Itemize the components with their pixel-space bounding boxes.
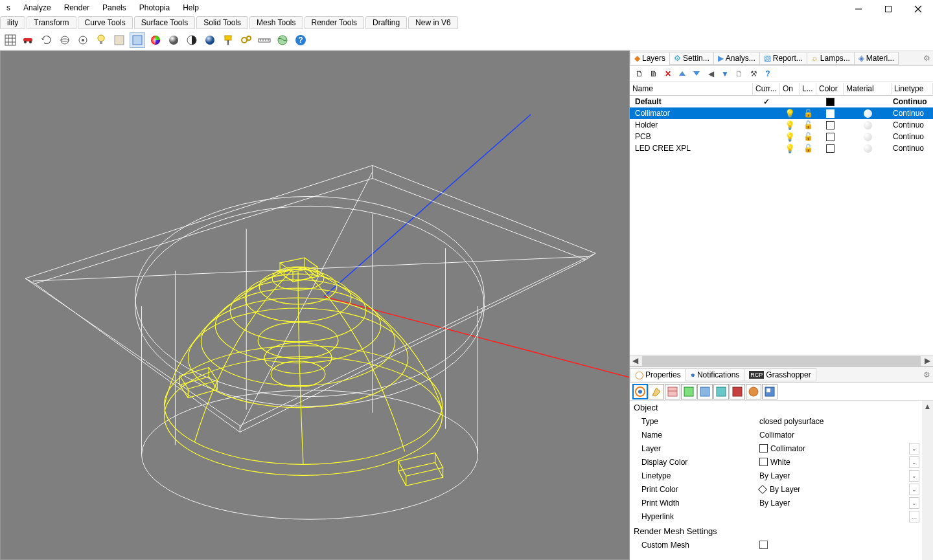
tool-tab[interactable]: ility [0, 16, 25, 29]
close-button[interactable] [903, 0, 933, 18]
menu-item[interactable]: Photopia [133, 1, 176, 14]
property-row[interactable]: Print Color By Layer⌄ [630, 482, 922, 496]
property-row[interactable]: Display Color White⌄ [630, 455, 922, 469]
col-linetype[interactable]: Linetype [892, 83, 933, 95]
rotate-icon[interactable] [39, 32, 54, 48]
object-props-icon[interactable] [632, 384, 648, 399]
property-row[interactable]: Custom Mesh [630, 538, 922, 552]
maximize-button[interactable] [873, 0, 903, 18]
decal-props-icon[interactable] [681, 384, 697, 399]
target-icon[interactable] [75, 32, 91, 48]
tool-tab[interactable]: Drafting [365, 16, 407, 29]
col-material[interactable]: Material [844, 83, 892, 95]
tools-icon[interactable]: ⚒ [748, 68, 759, 80]
tab-properties[interactable]: ◯Properties [630, 368, 686, 381]
minimize-button[interactable] [844, 0, 873, 18]
tool-tab[interactable]: Surface Tools [134, 16, 196, 29]
new-layer-icon[interactable]: 🗋 [634, 68, 645, 80]
edge-props-icon[interactable] [697, 384, 713, 399]
tab-lamps[interactable]: ☼Lamps... [807, 52, 855, 65]
layer-row[interactable]: LED CREE XPL💡🔓Continuo [630, 142, 933, 154]
menu-item[interactable]: s [0, 1, 17, 14]
tab-reports[interactable]: ▧Report... [759, 52, 807, 65]
col-lock[interactable]: L... [800, 83, 816, 95]
col-current[interactable]: Curr... [753, 83, 780, 95]
tool-tab[interactable]: Render Tools [305, 16, 365, 29]
bulb-icon[interactable] [93, 32, 109, 48]
sphere-blue-icon[interactable] [202, 32, 218, 48]
property-row[interactable]: Typeclosed polysurface [630, 414, 922, 428]
nurbs-props-icon[interactable] [746, 384, 761, 399]
menu-item[interactable]: Render [58, 1, 96, 14]
dropdown-icon[interactable]: ⌄ [909, 456, 919, 468]
tool-tab[interactable]: Mesh Tools [249, 16, 303, 29]
scroll-left-icon[interactable]: ◀ [630, 355, 641, 366]
properties-vscrollbar[interactable]: ▲ [922, 401, 933, 560]
move-down-icon[interactable] [691, 68, 702, 80]
scroll-right-icon[interactable]: ▶ [922, 355, 933, 366]
menu-item[interactable]: Analyze [17, 1, 58, 14]
views-props-icon[interactable] [762, 384, 778, 399]
property-row[interactable]: Layer Collimator⌄ [630, 442, 922, 455]
scroll-thumb[interactable] [642, 356, 921, 366]
property-row[interactable]: LinetypeBy Layer⌄ [630, 469, 922, 482]
sphere-gray-icon[interactable] [166, 32, 181, 48]
delete-layer-icon[interactable]: ✕ [662, 68, 674, 80]
viewport-3d[interactable] [0, 50, 630, 560]
isocurve-props-icon[interactable] [713, 384, 729, 399]
fill-icon[interactable] [111, 32, 127, 48]
tool-tab[interactable]: Curve Tools [78, 16, 133, 29]
tab-analysis[interactable]: ▶Analys... [713, 52, 760, 65]
layer-row[interactable]: Default✓Continuo [630, 96, 933, 107]
gears-icon[interactable] [238, 32, 254, 48]
object-section: Object [630, 401, 922, 414]
tab-notifications[interactable]: ●Notifications [685, 368, 745, 381]
layer-row[interactable]: Holder💡🔓Continuo [630, 119, 933, 131]
color-wheel-icon[interactable] [148, 32, 163, 48]
grid-icon[interactable] [3, 32, 18, 48]
material-props-icon[interactable] [649, 384, 664, 399]
dropdown-icon[interactable]: ⌄ [909, 470, 919, 482]
layer-row[interactable]: Collimator💡🔓Continuo [630, 107, 933, 119]
tool-tab[interactable]: New in V6 [408, 16, 458, 29]
new-sublayer-icon[interactable]: 🗎 [648, 68, 660, 80]
orbit-icon[interactable] [57, 32, 73, 48]
tool-tab[interactable]: Solid Tools [196, 16, 248, 29]
panel-options-icon[interactable]: ⚙ [923, 54, 933, 63]
globe-icon[interactable] [275, 32, 290, 48]
prev-icon[interactable]: ◀ [705, 68, 717, 80]
dropdown-icon[interactable]: ⌄ [909, 443, 919, 454]
layer-list[interactable]: Default✓ContinuoCollimator💡🔓ContinuoHold… [630, 96, 933, 355]
thickness-props-icon[interactable] [730, 384, 745, 399]
car-icon[interactable] [21, 32, 36, 48]
help-icon[interactable]: ? [293, 32, 308, 48]
dropdown-icon[interactable]: ⌄ [909, 497, 919, 509]
layer-hscrollbar[interactable]: ◀ ▶ [630, 355, 933, 366]
move-up-icon[interactable] [676, 68, 688, 80]
col-name[interactable]: Name [630, 83, 753, 95]
ellipsis-button[interactable]: … [909, 511, 919, 522]
help-small-icon[interactable]: ? [762, 68, 774, 80]
col-color[interactable]: Color [816, 83, 844, 95]
measure-icon[interactable] [257, 32, 272, 48]
panel-options-icon[interactable]: ⚙ [923, 370, 933, 379]
property-row[interactable]: Hyperlink… [630, 510, 922, 523]
dropdown-icon[interactable]: ⌄ [909, 484, 919, 495]
tab-settings[interactable]: ⚙Settin... [669, 52, 714, 65]
menu-item[interactable]: Help [176, 1, 205, 14]
layer-icon[interactable]: 🗋 [733, 68, 745, 80]
sphere-contrast-icon[interactable] [184, 32, 200, 48]
tab-layers[interactable]: ◆Layers [630, 52, 670, 65]
property-row[interactable]: NameCollimator [630, 428, 922, 442]
texture-props-icon[interactable] [665, 384, 680, 399]
col-on[interactable]: On [780, 83, 800, 95]
tab-materials[interactable]: ◈Materi... [854, 52, 899, 65]
paint-icon[interactable] [220, 32, 236, 48]
property-row[interactable]: Print WidthBy Layer⌄ [630, 496, 922, 510]
filter-icon[interactable]: ▼ [719, 68, 731, 80]
plane-fill-icon[interactable] [130, 32, 145, 48]
tool-tab[interactable]: Transform [27, 16, 76, 29]
layer-row[interactable]: PCB💡🔓Continuo [630, 131, 933, 142]
menu-item[interactable]: Panels [96, 1, 133, 14]
tab-grasshopper[interactable]: RCPGrasshopper [744, 368, 816, 381]
